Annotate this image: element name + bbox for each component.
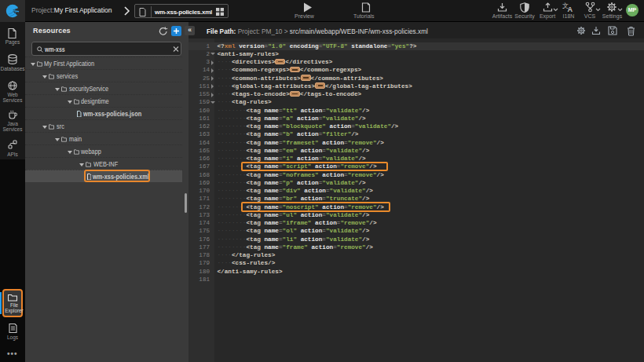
svg-text:A: A bbox=[568, 5, 573, 13]
